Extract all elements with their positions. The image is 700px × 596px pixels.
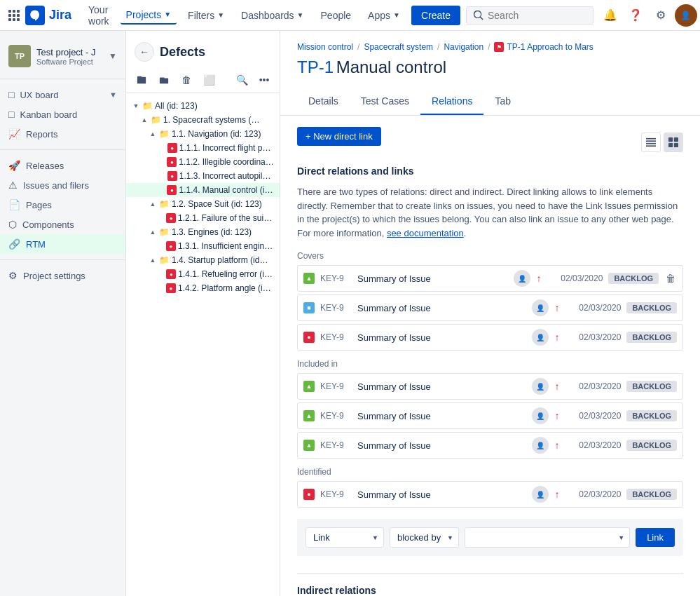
delete-relation-btn[interactable]: 🗑: [664, 271, 677, 285]
sidebar-item-components[interactable]: ⬡ Components: [0, 215, 125, 234]
relation-row: ● KEY-9 Summary of Issue 👤 ↑ 02/03/2020 …: [297, 481, 683, 508]
breadcrumb-mission-control[interactable]: Mission control: [297, 42, 353, 52]
notifications-icon[interactable]: 🔔: [599, 4, 622, 27]
bug-icon: ●: [303, 332, 315, 343]
bug-icon: ●: [167, 185, 177, 195]
tree-item-1-1-4[interactable]: ● 1.1.4. Manual control (id:...: [126, 183, 280, 197]
search-bar[interactable]: [466, 6, 593, 25]
breadcrumb-navigation[interactable]: Navigation: [444, 42, 483, 52]
tab-test-cases[interactable]: Test Cases: [350, 88, 420, 115]
tree-item-1-3-1[interactable]: ● 1.3.1. Insufficient engine pow...: [126, 239, 280, 253]
sidebar-item-releases[interactable]: 🚀 Releases: [0, 156, 125, 175]
create-button[interactable]: Create: [411, 6, 460, 25]
issues-icon: ⚠: [8, 180, 18, 191]
blocked-by-wrapper[interactable]: blocked by blocks relates to duplicates: [390, 527, 459, 548]
settings-icon[interactable]: ⚙: [650, 4, 672, 27]
issue-select[interactable]: [465, 527, 630, 548]
breadcrumb-spacecraft[interactable]: Spacecraft system: [364, 42, 433, 52]
tree-item-navigation[interactable]: ▲ 📁 1.1. Navigation (id: 123): [126, 127, 280, 141]
sidebar-item-issues[interactable]: ⚠ Issues and filers: [0, 175, 125, 195]
help-icon[interactable]: ❓: [624, 4, 647, 27]
sidebar-item-kanban-board[interactable]: □ Kanban board: [0, 104, 125, 124]
dashboards-nav[interactable]: Dashboards ▼: [235, 7, 309, 24]
link-button[interactable]: Link: [636, 528, 675, 547]
new-direct-link-button[interactable]: + New direct link: [297, 127, 381, 146]
tree-item-1-4-1[interactable]: ● 1.4.1. Refueling error (id: 12...: [126, 267, 280, 281]
people-nav[interactable]: People: [315, 7, 357, 24]
breadcrumb-issue[interactable]: ⚑ TP-1 Approach to Mars: [494, 42, 593, 52]
bug-icon: ●: [166, 213, 176, 223]
avatar: 👤: [532, 378, 549, 395]
tree-item-1-1-1[interactable]: ● 1.1.1. Incorrect flight pat...: [126, 141, 280, 155]
apps-nav[interactable]: Apps ▼: [362, 7, 406, 24]
project-chevron-icon: ▼: [109, 51, 117, 61]
open-folder-btn[interactable]: [154, 70, 174, 90]
tab-tab[interactable]: Tab: [483, 88, 522, 115]
tree-item-startup[interactable]: ▲ 📁 1.4. Startup platform (id: 123): [126, 253, 280, 267]
your-work-nav[interactable]: Your work: [83, 1, 115, 29]
sidebar-item-ux-board[interactable]: □ UX board ▼: [0, 85, 125, 104]
tree-item-all[interactable]: ▼ 📁 All (id: 123): [126, 99, 280, 113]
relation-row: ▲ KEY-9 Summary of Issue 👤 ↑ 02/03/2020 …: [297, 373, 683, 400]
sidebar-project[interactable]: TP Test project - J Software Project ▼: [0, 39, 125, 73]
tree-item-1-4-2[interactable]: ● 1.4.2. Platform angle (id: 123...: [126, 281, 280, 295]
indirect-title: Indirect relations: [297, 585, 683, 596]
sidebar-item-reports[interactable]: 📈 Reports: [0, 124, 125, 144]
tree-item-1-1-2[interactable]: ● 1.1.2. Illegible coordinate...: [126, 155, 280, 169]
filters-nav[interactable]: Filters ▼: [182, 7, 230, 24]
projects-nav[interactable]: Projects ▼: [121, 6, 177, 25]
avatar[interactable]: 👤: [675, 4, 697, 27]
svg-rect-8: [17, 18, 20, 21]
nav-icons: 🔔 ❓ ⚙ 👤: [599, 4, 697, 27]
search-tree-btn[interactable]: 🔍: [232, 70, 252, 90]
tabs: Details Test Cases Relations Tab: [280, 88, 700, 116]
tree-item-spacesuit[interactable]: ▲ 📁 1.2. Space Suit (id: 123): [126, 197, 280, 211]
svg-rect-14: [674, 137, 678, 142]
sidebar-item-pages[interactable]: 📄 Pages: [0, 195, 125, 215]
tree-item-1-1-3[interactable]: ● 1.1.3. Incorrect autopilot...: [126, 169, 280, 183]
relation-row: ▲ KEY-9 Summary of Issue 👤 ↑ 02/03/2020 …: [297, 432, 683, 459]
add-folder-btn[interactable]: [132, 70, 151, 90]
status-badge: BACKLOG: [608, 273, 659, 284]
avatar: 👤: [532, 437, 549, 454]
tree-content: ▼ 📁 All (id: 123) ▲ 📁 1. Spacecraft syst…: [126, 93, 280, 596]
panel-toolbar: 🗑 ⬜ 🔍 •••: [126, 67, 280, 93]
svg-rect-9: [646, 137, 656, 139]
delete-btn[interactable]: 🗑: [177, 70, 196, 90]
link-type-wrapper[interactable]: Link Blocks Is blocked by: [306, 527, 384, 548]
link-type-select[interactable]: Link Blocks Is blocked by: [306, 527, 384, 548]
description-text: There are two types of relations: direct…: [297, 185, 683, 240]
sidebar-item-project-settings[interactable]: ⚙ Project settings: [0, 266, 125, 285]
project-icon: TP: [8, 45, 31, 67]
search-input[interactable]: [488, 10, 586, 21]
tree-item-engines[interactable]: ▲ 📁 1.3. Engines (id: 123): [126, 225, 280, 239]
issue-select-wrapper[interactable]: [465, 527, 630, 548]
tab-relations[interactable]: Relations: [420, 88, 483, 115]
issue-icon: ⚑: [494, 42, 504, 52]
story-icon: ▲: [303, 381, 315, 392]
compact-view-btn[interactable]: [664, 133, 683, 152]
list-view-btn[interactable]: [641, 133, 661, 152]
status-badge: BACKLOG: [626, 332, 677, 343]
main-content: Mission control / Spacecraft system / Na…: [280, 31, 700, 596]
svg-rect-6: [8, 18, 11, 21]
blocked-by-select[interactable]: blocked by blocks relates to duplicates: [390, 527, 459, 548]
see-documentation-link[interactable]: see documentation: [387, 228, 464, 238]
priority-icon: ↑: [554, 410, 559, 421]
main-layout: TP Test project - J Software Project ▼ □…: [0, 31, 700, 596]
link-form: Link Blocks Is blocked by blocked by blo…: [297, 519, 683, 556]
grid-icon[interactable]: [8, 6, 20, 25]
tree-item-spacecraft[interactable]: ▲ 📁 1. Spacecraft systems (id: 123): [126, 113, 280, 127]
folder-icon: 📁: [159, 129, 170, 139]
tree-item-1-2-1[interactable]: ● 1.2.1. Failure of the suit's ins...: [126, 211, 280, 225]
sidebar-item-rtm[interactable]: 🔗 RTM: [0, 234, 125, 254]
identified-label: Identified: [297, 467, 683, 477]
logo[interactable]: Jira: [25, 6, 71, 25]
bug-icon: ●: [303, 489, 315, 500]
more-options-btn[interactable]: •••: [254, 70, 274, 90]
tab-details[interactable]: Details: [297, 88, 350, 115]
copy-btn[interactable]: ⬜: [199, 70, 219, 90]
back-button[interactable]: ←: [135, 42, 154, 62]
avatar: 👤: [532, 299, 549, 316]
priority-icon: ↑: [554, 489, 559, 500]
